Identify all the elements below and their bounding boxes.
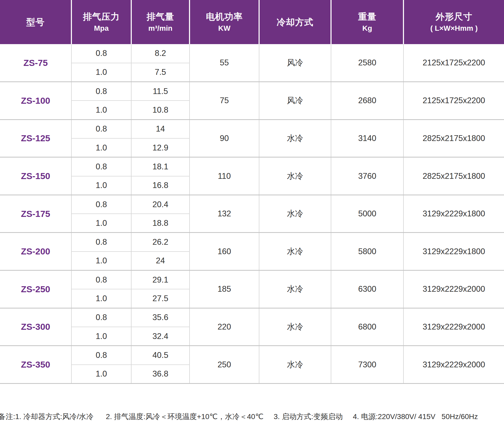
pressure-cell: 1.0 [71, 214, 131, 233]
pressure-cell: 1.0 [71, 252, 131, 270]
footnote-remarks: 备注:1. 冷却器方式:风冷/水冷 2. 排气温度:风冷＜环境温度+10℃，水冷… [0, 412, 504, 422]
col-header-cooling: 冷却方式 [259, 0, 331, 44]
model-cell: ZS-350 [0, 346, 71, 384]
volume-cell: 29.1 [131, 270, 190, 289]
cooling-cell: 水冷 [259, 308, 331, 346]
cooling-cell: 水冷 [259, 233, 331, 270]
pressure-cell: 1.0 [71, 101, 131, 119]
power-cell: 250 [190, 346, 259, 384]
volume-cell: 8.2 [131, 44, 190, 63]
power-cell: 90 [190, 119, 259, 157]
dimensions-cell: 3129x2229x2000 [403, 270, 504, 308]
weight-cell: 2680 [331, 82, 403, 120]
volume-cell: 16.8 [131, 176, 190, 195]
volume-cell: 10.8 [131, 101, 190, 119]
cooling-cell: 水冷 [259, 119, 331, 157]
col-header-weight-unit: Kg [362, 25, 372, 32]
volume-cell: 32.4 [131, 327, 190, 346]
cooling-cell: 水冷 [259, 195, 331, 233]
pressure-cell: 1.0 [71, 138, 131, 157]
pressure-cell: 0.8 [71, 270, 131, 289]
weight-cell: 5800 [331, 233, 403, 270]
model-cell: ZS-200 [0, 233, 71, 270]
volume-cell: 26.2 [131, 233, 190, 252]
power-cell: 110 [190, 157, 259, 195]
pressure-cell: 1.0 [71, 176, 131, 195]
pressure-cell: 1.0 [71, 365, 131, 384]
pressure-cell: 1.0 [71, 63, 131, 82]
col-header-volume: 排气量 m³/min [131, 0, 190, 44]
table-row: ZS-3500.840.5250水冷73003129x2229x2000 [0, 346, 504, 365]
dimensions-cell: 3129x2229x2000 [403, 346, 504, 384]
pressure-cell: 0.8 [71, 119, 131, 138]
col-header-pressure: 排气压力 Mpa [71, 0, 131, 44]
pressure-cell: 0.8 [71, 195, 131, 214]
cooling-cell: 风冷 [259, 82, 331, 120]
pressure-cell: 0.8 [71, 44, 131, 63]
col-header-power-unit: KW [218, 25, 230, 32]
volume-cell: 12.9 [131, 138, 190, 157]
header-row: 型号 排气压力 Mpa 排气量 m³/min 电机功率 KW [0, 0, 504, 44]
footnotes: 备注:1. 冷却器方式:风冷/水冷 2. 排气温度:风冷＜环境温度+10℃，水冷… [0, 384, 504, 423]
dimensions-cell: 2125x1725x2200 [403, 44, 504, 82]
weight-cell: 7300 [331, 346, 403, 384]
col-header-volume-unit: m³/min [148, 25, 172, 32]
pressure-cell: 0.8 [71, 346, 131, 365]
table-body: ZS-750.88.255风冷25802125x1725x22001.07.5Z… [0, 44, 504, 383]
cooling-cell: 水冷 [259, 346, 331, 384]
model-cell: ZS-250 [0, 270, 71, 308]
pressure-cell: 0.8 [71, 157, 131, 176]
table-row: ZS-2000.826.2160水冷58003129x2229x1800 [0, 233, 504, 252]
dimensions-cell: 3129x2229x2000 [403, 308, 504, 346]
table-row: ZS-1000.811.575风冷26802125x1725x2200 [0, 82, 504, 101]
power-cell: 75 [190, 82, 259, 120]
volume-cell: 11.5 [131, 82, 190, 101]
power-cell: 132 [190, 195, 259, 233]
col-header-dimensions-unit: ( L×W×Hmm ) [430, 25, 477, 32]
cooling-cell: 水冷 [259, 157, 331, 195]
dimensions-cell: 2825x2175x1800 [403, 157, 504, 195]
weight-cell: 2580 [331, 44, 403, 82]
weight-cell: 3760 [331, 157, 403, 195]
weight-cell: 6800 [331, 308, 403, 346]
table-row: ZS-2500.829.1185水冷63003129x2229x2000 [0, 270, 504, 289]
dimensions-cell: 3129x2229x1800 [403, 233, 504, 270]
power-cell: 55 [190, 44, 259, 82]
col-header-model: 型号 [0, 0, 71, 44]
table-row: ZS-750.88.255风冷25802125x1725x2200 [0, 44, 504, 63]
table-row: ZS-1500.818.1110水冷37602825x2175x1800 [0, 157, 504, 176]
power-cell: 160 [190, 233, 259, 270]
power-cell: 220 [190, 308, 259, 346]
col-header-volume-label: 排气量 [147, 12, 174, 21]
table-row: ZS-1250.81490水冷31402825x2175x1800 [0, 119, 504, 138]
weight-cell: 3140 [331, 119, 403, 157]
pressure-cell: 1.0 [71, 289, 131, 308]
model-cell: ZS-150 [0, 157, 71, 195]
volume-cell: 40.5 [131, 346, 190, 365]
model-cell: ZS-175 [0, 195, 71, 233]
col-header-pressure-label: 排气压力 [83, 12, 120, 21]
model-cell: ZS-75 [0, 44, 71, 82]
weight-cell: 5000 [331, 195, 403, 233]
pressure-cell: 0.8 [71, 82, 131, 101]
cooling-cell: 水冷 [259, 270, 331, 308]
pressure-cell: 0.8 [71, 308, 131, 327]
dimensions-cell: 2125x1725x2200 [403, 82, 504, 120]
col-header-weight-label: 重量 [358, 12, 376, 21]
col-header-cooling-label: 冷却方式 [277, 18, 313, 27]
dimensions-cell: 2825x2175x1800 [403, 119, 504, 157]
power-cell: 185 [190, 270, 259, 308]
weight-cell: 6300 [331, 270, 403, 308]
volume-cell: 14 [131, 119, 190, 138]
model-cell: ZS-300 [0, 308, 71, 346]
col-header-dimensions: 外形尺寸 ( L×W×Hmm ) [403, 0, 504, 44]
volume-cell: 27.5 [131, 289, 190, 308]
volume-cell: 18.1 [131, 157, 190, 176]
col-header-power-label: 电机功率 [206, 12, 243, 21]
col-header-power: 电机功率 KW [190, 0, 259, 44]
model-cell: ZS-100 [0, 82, 71, 120]
col-header-model-label: 型号 [26, 18, 45, 27]
volume-cell: 18.8 [131, 214, 190, 233]
table-row: ZS-1750.820.4132水冷50003129x2229x1800 [0, 195, 504, 214]
volume-cell: 7.5 [131, 63, 190, 82]
